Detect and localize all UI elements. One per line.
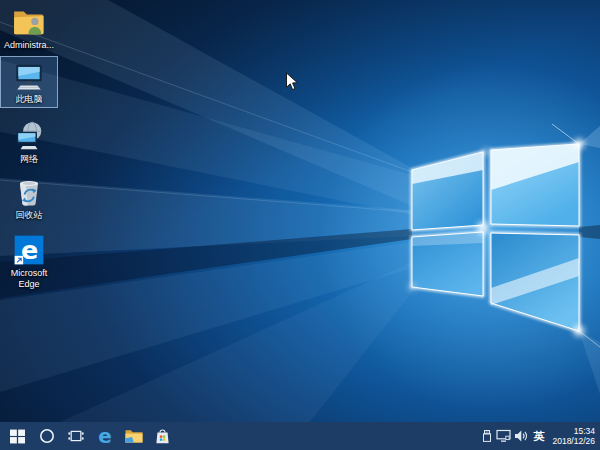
icon-label: 网络 — [20, 154, 38, 165]
recycle-bin-icon — [12, 175, 46, 209]
start-button[interactable] — [3, 422, 32, 450]
usb-tray-button[interactable] — [478, 422, 495, 450]
icon-label: 此电脑 — [16, 94, 43, 105]
task-view-button[interactable] — [61, 422, 90, 450]
microsoft-store-icon — [155, 428, 170, 445]
svg-text:e: e — [21, 235, 38, 265]
clock-date: 2018/12/26 — [552, 436, 595, 446]
edge-icon: e — [12, 233, 46, 267]
desktop-icon-this-pc[interactable]: 此电脑 — [0, 56, 58, 108]
taskbar-store-button[interactable] — [148, 422, 177, 450]
cortana-circle-icon — [39, 428, 55, 444]
desktop-icon-microsoft-edge[interactable]: e Microsoft Edge — [0, 230, 58, 293]
task-view-icon — [68, 428, 84, 444]
desktop-icon-administrator[interactable]: Administra... — [0, 2, 58, 54]
user-folder-icon — [12, 5, 46, 39]
icon-label: Administra... — [4, 40, 54, 51]
volume-tray-button[interactable] — [512, 422, 529, 450]
clock[interactable]: 15:34 2018/12/26 — [548, 426, 600, 446]
svg-text:e: e — [98, 426, 112, 447]
desktop[interactable]: Administra... 此电脑 — [0, 0, 600, 450]
file-explorer-icon — [125, 428, 143, 444]
volume-icon — [514, 429, 528, 443]
windows-logo-icon — [10, 429, 25, 444]
edge-icon: e — [95, 426, 115, 447]
icon-label: 回收站 — [16, 210, 43, 221]
system-tray: 英 15:34 2018/12/26 — [478, 422, 600, 450]
mouse-cursor — [285, 72, 299, 92]
usb-icon — [480, 429, 494, 443]
clock-time: 15:34 — [552, 426, 595, 436]
taskbar-edge-button[interactable]: e — [90, 422, 119, 450]
this-pc-icon — [12, 59, 46, 93]
wallpaper-image — [0, 0, 600, 422]
network-icon — [496, 429, 511, 443]
network-icon — [12, 119, 46, 153]
network-tray-button[interactable] — [495, 422, 512, 450]
language-indicator[interactable]: 英 — [529, 422, 548, 450]
cortana-search-button[interactable] — [32, 422, 61, 450]
taskbar-file-explorer-button[interactable] — [119, 422, 148, 450]
taskbar: e — [0, 422, 600, 450]
icon-label: Microsoft Edge — [2, 268, 56, 290]
desktop-icon-network[interactable]: 网络 — [0, 116, 58, 168]
desktop-icon-recycle-bin[interactable]: 回收站 — [0, 172, 58, 224]
